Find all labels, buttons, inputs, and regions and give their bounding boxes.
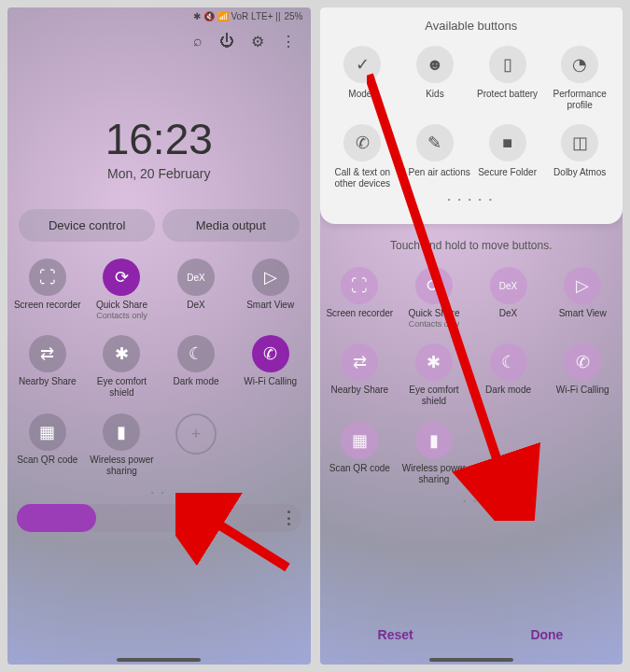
tile-label: Eye comfort shield: [88, 376, 157, 399]
add-tile-button[interactable]: +: [160, 408, 232, 483]
power-icon[interactable]: ⏻: [219, 33, 234, 50]
tile-label: Wireless power sharing: [399, 463, 469, 485]
qs-tile[interactable]: ▮Wireless power sharing: [398, 416, 470, 491]
tile-icon: ⇄: [29, 335, 66, 372]
tile-icon: ✆: [252, 335, 289, 372]
drawer-tile[interactable]: ◫Dolby Atmos: [544, 124, 615, 189]
tile-label: Screen recorder: [326, 308, 395, 319]
drawer-label: Call & text on other devices: [328, 167, 399, 189]
qs-tile[interactable]: ▷Smart View: [234, 253, 307, 326]
tile-label: Wi-Fi Calling: [236, 376, 305, 387]
device-control-button[interactable]: Device control: [19, 209, 155, 242]
done-button[interactable]: Done: [471, 627, 623, 642]
tile-label: Nearby Share: [326, 385, 395, 396]
drawer-tile[interactable]: ✎S Pen air actions: [399, 124, 470, 189]
qs-tile[interactable]: ⟳Quick ShareContacts only: [86, 253, 159, 326]
qs-tile-grid: ⛶Screen recorder⟳Quick ShareContacts onl…: [7, 253, 311, 483]
status-icons: ✱ 🔇 📶 VoR LTE+ ||: [193, 11, 280, 21]
page-dots-2: • •: [320, 497, 623, 505]
reset-button[interactable]: Reset: [320, 627, 471, 642]
plus-icon: +: [175, 413, 217, 455]
tile-label: Quick Share: [88, 300, 157, 311]
tile-icon: ☾: [177, 335, 215, 372]
drawer-tile[interactable]: ◔Performance profile: [544, 46, 615, 111]
qs-tile[interactable]: DeXDeX: [160, 253, 232, 326]
tile-icon: ▮: [415, 422, 453, 459]
search-icon[interactable]: ⌕: [193, 33, 203, 50]
drawer-icon: ☻: [416, 46, 454, 83]
status-bar: ✱ 🔇 📶 VoR LTE+ || 25%: [7, 7, 311, 25]
drawer-icon: ✆: [343, 124, 381, 161]
qs-tile[interactable]: ⇄Nearby Share: [324, 338, 397, 413]
tile-label: Wi-Fi Calling: [548, 385, 617, 396]
tile-icon: ✆: [564, 343, 601, 381]
tile-icon: ⛶: [29, 259, 66, 296]
brightness-menu-icon[interactable]: [287, 511, 292, 525]
drawer-title: Available buttons: [328, 19, 616, 33]
drawer-grid: ✓Modes☻Kids▯Protect battery◔Performance …: [328, 46, 616, 189]
tile-icon: DeX: [490, 267, 527, 304]
settings-icon[interactable]: ⚙: [251, 33, 264, 50]
qs-tile[interactable]: ▮Wireless power sharing: [86, 408, 159, 483]
qs-tile[interactable]: ▷Smart View: [546, 261, 619, 334]
tile-sublabel: Contacts only: [88, 311, 157, 320]
tile-icon: ▷: [252, 259, 289, 296]
qs-tile[interactable]: ✱Eye comfort shield: [86, 329, 159, 404]
drawer-tile[interactable]: ■Secure Folder: [472, 124, 543, 189]
drawer-tile[interactable]: ▯Protect battery: [472, 46, 543, 111]
bottom-buttons: Reset Done: [320, 627, 623, 642]
brightness-slider[interactable]: [17, 504, 301, 532]
media-output-button[interactable]: Media output: [162, 209, 299, 242]
drawer-tile[interactable]: ✓Modes: [328, 46, 399, 111]
qs-tile-grid-edit: ⛶Screen recorder⟳Quick ShareContacts onl…: [320, 261, 623, 491]
qs-tile[interactable]: ☾Dark mode: [160, 329, 232, 404]
drawer-tile[interactable]: ☻Kids: [399, 46, 470, 111]
tile-label: Screen recorder: [13, 300, 82, 311]
qs-tile[interactable]: ✆Wi-Fi Calling: [546, 338, 619, 413]
drawer-dots: • • • • •: [328, 195, 616, 203]
qs-tile[interactable]: ▦Scan QR code: [324, 416, 397, 491]
tile-icon: ▦: [341, 422, 378, 459]
tile-label: DeX: [161, 300, 231, 311]
drawer-label: Protect battery: [472, 89, 543, 100]
qs-tile[interactable]: ▦Scan QR code: [11, 408, 84, 483]
drawer-icon: ✎: [416, 124, 454, 161]
tile-label: Wireless power sharing: [88, 455, 157, 477]
drawer-tile[interactable]: ✆Call & text on other devices: [328, 124, 399, 189]
drawer-label: Secure Folder: [472, 167, 543, 178]
qs-tile[interactable]: ✱Eye comfort shield: [398, 338, 470, 413]
gesture-bar: [429, 658, 513, 662]
page-dots: • •: [7, 488, 311, 497]
battery-percent: 25%: [284, 11, 302, 21]
qs-tile[interactable]: ⟳Quick ShareContacts only: [398, 261, 470, 334]
qs-tile[interactable]: ☾Dark mode: [472, 338, 545, 413]
phone-right: Available buttons ✓Modes☻Kids▯Protect ba…: [320, 7, 623, 665]
tile-icon: ▦: [29, 413, 66, 451]
phone-left: ✱ 🔇 📶 VoR LTE+ || 25% ⌕ ⏻ ⚙ ⋮ 16:23 Mon,…: [7, 7, 311, 665]
menu-icon[interactable]: ⋮: [281, 33, 296, 50]
drawer-icon: ✓: [343, 46, 381, 83]
qs-tile[interactable]: DeXDeX: [472, 261, 545, 334]
drawer-icon: ▯: [489, 46, 526, 83]
date-text: Mon, 20 February: [7, 166, 311, 181]
time-text: 16:23: [7, 114, 311, 164]
tile-icon: ▷: [564, 267, 601, 304]
drawer-label: S Pen air actions: [399, 167, 470, 178]
hint-text: Touch and hold to move buttons.: [320, 239, 623, 252]
qs-tile[interactable]: ⇄Nearby Share: [11, 329, 84, 404]
qs-tile[interactable]: ⛶Screen recorder: [11, 253, 84, 326]
tile-label: Scan QR code: [13, 455, 82, 466]
available-buttons-drawer: Available buttons ✓Modes☻Kids▯Protect ba…: [320, 7, 623, 224]
tile-label: DeX: [474, 308, 543, 319]
tile-icon: ▮: [103, 413, 140, 451]
tile-icon: ⟳: [103, 259, 140, 296]
gesture-bar: [117, 658, 201, 662]
qs-tile[interactable]: ✆Wi-Fi Calling: [234, 329, 307, 404]
tile-label: Dark mode: [474, 385, 543, 396]
brightness-fill: [17, 504, 96, 532]
qs-tile[interactable]: ⛶Screen recorder: [324, 261, 397, 334]
tile-label: Eye comfort shield: [399, 385, 469, 407]
tile-label: Quick Share: [399, 308, 469, 319]
drawer-label: Modes: [328, 89, 399, 100]
tile-icon: ⛶: [341, 267, 378, 304]
